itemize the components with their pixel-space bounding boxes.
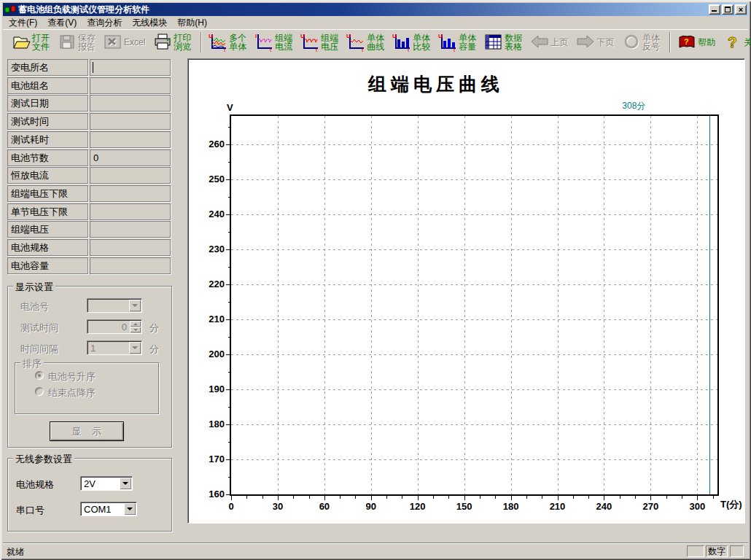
info-value-1[interactable] <box>90 77 171 94</box>
wireless-settings-group: 无线参数设置 <box>7 458 172 532</box>
battery-no-combo[interactable] <box>87 298 142 313</box>
info-value-9[interactable] <box>90 221 171 238</box>
com-port-dropdown-button[interactable] <box>124 503 136 515</box>
info-value-3[interactable] <box>90 113 171 130</box>
menu-item-query-analysis[interactable]: 查询分析 <box>82 16 127 30</box>
info-value-6[interactable] <box>90 167 171 184</box>
x-major-tick <box>650 496 651 500</box>
cell-capacity-label: 单体 容量 <box>459 34 476 51</box>
close-button[interactable]: × <box>735 4 747 15</box>
chevron-down-icon <box>132 304 138 307</box>
info-label-5: 电池节数 <box>7 149 88 166</box>
toolbar-separator <box>669 32 671 52</box>
com-port-combo[interactable]: COM1 <box>80 502 137 516</box>
group-voltage-button[interactable]: Ut组端 电压 <box>300 31 338 53</box>
radio-endpoint-desc[interactable] <box>35 387 44 396</box>
help-book-icon: ? <box>677 33 696 52</box>
interval-dropdown-button[interactable] <box>129 342 141 354</box>
maximize-button[interactable] <box>722 4 734 15</box>
info-value-2[interactable] <box>90 95 171 112</box>
help-button[interactable]: ?帮助 <box>677 31 715 53</box>
y-minor-tick <box>228 232 231 233</box>
y-minor-tick <box>228 477 231 478</box>
cell-curve-button[interactable]: Ut单体 曲线 <box>346 31 384 53</box>
info-value-11[interactable] <box>90 257 171 274</box>
export-excel-button: Excel <box>104 31 145 53</box>
info-label-8: 单节电压下限 <box>7 203 88 220</box>
radio-battery-asc[interactable] <box>35 371 44 380</box>
x-major-tick <box>231 496 232 500</box>
prev-page-button: 上页 <box>530 31 568 53</box>
battery-spec-dropdown-button[interactable] <box>120 478 131 489</box>
cell-capacity-button[interactable]: Ut单体 容量 <box>438 31 476 53</box>
cell-compare-button[interactable]: Ut单体 比较 <box>392 31 430 53</box>
chevron-down-icon <box>127 508 133 510</box>
x-major-tick <box>511 496 512 500</box>
about-button[interactable]: ?关于 <box>723 31 751 53</box>
excel-icon <box>104 33 122 52</box>
info-value-8[interactable] <box>90 203 171 220</box>
test-time-label: 测试时间 <box>20 322 58 335</box>
test-time-spinner[interactable]: 0 <box>87 319 142 334</box>
menu-item-help[interactable]: 帮助(H) <box>172 16 212 30</box>
app-icon <box>4 4 16 15</box>
info-value-10[interactable] <box>90 239 171 256</box>
spin-down-button[interactable] <box>130 327 141 332</box>
interval-combo[interactable]: 1 <box>87 341 142 355</box>
y-gridline <box>231 319 717 320</box>
menu-item-file[interactable]: 文件(F) <box>4 16 42 30</box>
y-tick-label: 170 <box>195 454 225 464</box>
data-table-label: 数据 表格 <box>505 34 522 51</box>
x-gridline <box>324 116 325 494</box>
info-value-0[interactable] <box>90 59 171 76</box>
y-gridline <box>231 354 717 355</box>
info-value-7[interactable] <box>90 185 171 202</box>
data-table-button[interactable]: 数据 表格 <box>484 31 522 53</box>
multi-curve-icon: Ut <box>209 33 227 52</box>
svg-text:?: ? <box>684 37 689 46</box>
battery-spec-combo[interactable]: 2V <box>80 476 133 491</box>
x-tick-label: 300 <box>685 501 709 512</box>
next-page-label: 下页 <box>596 38 614 47</box>
y-gridline <box>231 144 717 145</box>
y-gridline <box>231 214 717 215</box>
multi-cell-button[interactable]: Ut多个 单体 <box>209 31 246 53</box>
y-minor-tick <box>228 197 231 198</box>
y-major-tick <box>226 354 231 355</box>
status-ready-text: 就绪 <box>7 546 24 559</box>
menu-item-view[interactable]: 查看(V) <box>42 16 82 30</box>
y-minor-tick <box>228 337 231 338</box>
y-tick-label: 250 <box>195 174 225 184</box>
status-bar: 就绪 数字 <box>3 542 748 558</box>
spin-up-button[interactable] <box>130 321 141 327</box>
y-gridline <box>231 424 717 425</box>
cursor-line <box>709 116 710 494</box>
x-minor-tick <box>448 496 449 499</box>
menu-item-wireless-module[interactable]: 无线模块 <box>127 16 172 30</box>
show-button[interactable]: 显 示 <box>50 421 124 441</box>
x-gridline <box>650 116 651 494</box>
y-major-tick <box>226 424 231 425</box>
cell-invert-label: 单体 反号 <box>642 34 660 51</box>
chart-panel: 组端电压曲线 V T(分) 308分 160170180190200210220… <box>187 58 745 524</box>
info-value-4[interactable] <box>90 131 171 148</box>
x-major-tick <box>324 496 325 500</box>
battery-no-label: 电池号 <box>20 300 49 314</box>
battery-no-dropdown-button[interactable] <box>129 300 141 311</box>
y-tick-label: 190 <box>195 384 225 394</box>
chevron-down-icon <box>122 482 128 485</box>
open-file-button[interactable]: 打开 文件 <box>12 31 50 53</box>
minimize-button[interactable] <box>709 4 720 15</box>
y-minor-tick <box>228 442 231 443</box>
x-tick-label: 270 <box>638 501 663 512</box>
info-value-5[interactable]: 0 <box>90 149 171 166</box>
x-gridline <box>558 116 559 494</box>
y-minor-tick <box>228 267 231 268</box>
info-label-10: 电池规格 <box>7 239 88 256</box>
status-cell-empty-2 <box>730 545 744 557</box>
print-preview-button[interactable]: 打印 浏览 <box>153 31 191 53</box>
x-minor-tick <box>340 496 341 499</box>
group-current-button[interactable]: It组端 电流 <box>254 31 292 53</box>
save-report-label: 保存 报告 <box>78 34 96 51</box>
x-minor-tick <box>682 496 682 499</box>
